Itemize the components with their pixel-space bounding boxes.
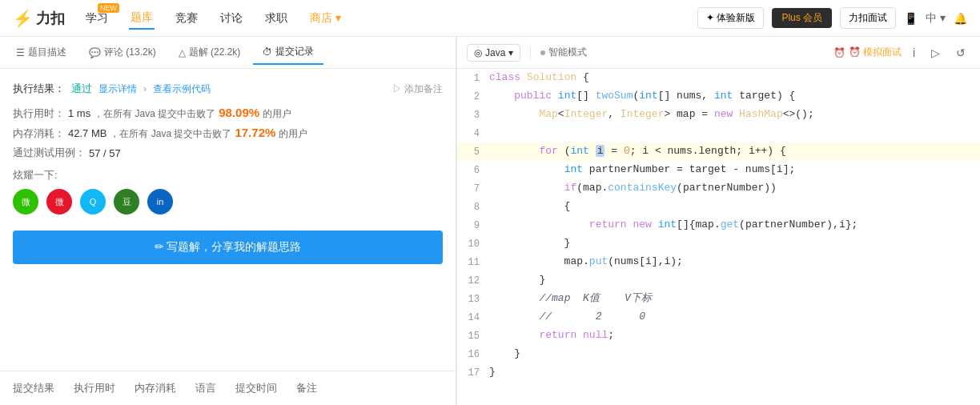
- top-navigation: ⚡ 力扣 学习 NEW 题库 竞赛 讨论 求职 商店 ▾ ✦ 体验新版 Plus…: [0, 0, 980, 37]
- test-label: 通过测试用例：: [13, 146, 86, 160]
- write-solution-button[interactable]: ✏ 写题解，分享我的解题思路: [13, 231, 443, 264]
- code-line-16: 16 }: [457, 345, 980, 363]
- share-douban[interactable]: 豆: [114, 189, 139, 215]
- test-value: 57 / 57: [89, 147, 121, 159]
- mode-selector[interactable]: 智能模式: [540, 46, 587, 59]
- nav-study[interactable]: 学习 NEW: [84, 8, 110, 29]
- tab-submissions[interactable]: ⏱ 提交记录: [253, 40, 323, 65]
- code-line-14: 14 // 2 0: [457, 308, 980, 327]
- code-line-8: 8 {: [457, 198, 980, 216]
- comment-icon: 💬: [89, 47, 101, 58]
- code-line-13: 13 //map K值 V下标: [457, 290, 980, 308]
- add-note-btn[interactable]: 添加备注: [392, 82, 443, 96]
- experience-button[interactable]: ✦ 体验新版: [697, 7, 764, 29]
- lang-chevron-icon: ▾: [508, 47, 513, 58]
- left-panel: ☰ 题目描述 💬 评论 (13.2k) △ 题解 (22.2k) ⏱ 提交记录 …: [0, 37, 456, 405]
- notification-icon[interactable]: 🔔: [954, 12, 967, 25]
- nav-store[interactable]: 商店 ▾: [308, 8, 343, 29]
- mobile-icon[interactable]: 📱: [904, 12, 918, 25]
- toolbar-divider: [530, 46, 531, 59]
- example-link[interactable]: 查看示例代码: [153, 82, 211, 96]
- share-label: 炫耀一下:: [13, 168, 443, 182]
- mock-interview-button[interactable]: ⏰ ⏰ 模拟面试: [833, 46, 902, 59]
- nav-jobs[interactable]: 求职: [263, 8, 289, 29]
- mem-value: 42.7 MB: [68, 127, 106, 139]
- tab-description[interactable]: ☰ 题目描述: [6, 41, 76, 64]
- right-panel: ◎ Java ▾ 智能模式 ⏰ ⏰ 模拟面试 i ▷ ↺ 1 class: [457, 37, 980, 405]
- mode-label: 智能模式: [548, 46, 587, 59]
- result-label: 执行结果：: [13, 82, 65, 96]
- execution-result: 执行结果： 通过 显示详情 › 查看示例代码 添加备注: [13, 82, 443, 96]
- tab-solutions[interactable]: △ 题解 (22.2k): [169, 41, 251, 64]
- share-linkedin[interactable]: in: [147, 189, 173, 215]
- time-label: 执行用时：: [13, 106, 65, 121]
- clock-icon: ⏱: [263, 46, 272, 58]
- code-line-4: 4: [457, 124, 980, 142]
- mem-beat-prefix: ，在所有 Java 提交中击败了: [110, 127, 231, 141]
- left-content: 执行结果： 通过 显示详情 › 查看示例代码 添加备注 执行用时： 1 ms ，…: [0, 69, 456, 371]
- code-line-15: 15 return null;: [457, 327, 980, 345]
- run-button[interactable]: ▷: [926, 45, 945, 61]
- info-button[interactable]: i: [908, 45, 920, 61]
- footer-lang: 语言: [195, 381, 216, 395]
- footer-mem: 内存消耗: [135, 381, 176, 395]
- code-line-11: 11 map.put(nums[i],i);: [457, 253, 980, 271]
- share-section: 炫耀一下: 微 微 Q 豆 in: [13, 168, 443, 215]
- code-line-1: 1 class Solution {: [457, 69, 980, 87]
- footer-note: 备注: [296, 381, 317, 395]
- logo[interactable]: ⚡ 力扣: [13, 9, 65, 28]
- lang-switcher[interactable]: 中 ▾: [926, 11, 946, 26]
- code-line-12: 12 }: [457, 271, 980, 290]
- logo-text: 力扣: [36, 9, 65, 28]
- code-line-7: 7 if(map.containsKey(partnerNumber)): [457, 179, 980, 198]
- time-stat-row: 执行用时： 1 ms ，在所有 Java 提交中击败了 98.09% 的用户: [13, 106, 443, 121]
- code-line-9: 9 return new int[]{map.get(partnerNumber…: [457, 216, 980, 235]
- result-row: 执行结果： 通过 显示详情 › 查看示例代码 添加备注: [13, 82, 443, 96]
- share-wechat[interactable]: 微: [13, 189, 38, 215]
- mem-stat-row: 内存消耗： 42.7 MB ，在所有 Java 提交中击败了 17.72% 的用…: [13, 126, 443, 141]
- nav-discuss[interactable]: 讨论: [219, 8, 244, 29]
- language-selector[interactable]: ◎ Java ▾: [467, 44, 520, 62]
- chevron-down-icon: ▾: [335, 11, 341, 24]
- code-line-5: 5 for (int i = 0; i < nums.length; i++) …: [457, 142, 980, 161]
- code-line-3: 3 Map<Integer, Integer> map = new HashMa…: [457, 106, 980, 124]
- main-layout: ☰ 题目描述 💬 评论 (13.2k) △ 题解 (22.2k) ⏱ 提交记录 …: [0, 37, 980, 405]
- code-line-10: 10 }: [457, 235, 980, 253]
- nav-contest[interactable]: 竞赛: [174, 8, 199, 29]
- code-line-6: 6 int partnerNumber = target - nums[i];: [457, 161, 980, 179]
- time-beat-suffix: 的用户: [263, 107, 291, 121]
- time-beat: 98.09%: [219, 106, 259, 119]
- detail-link[interactable]: 显示详情: [98, 82, 137, 96]
- time-beat-prefix: ，在所有 Java 提交中击败了: [94, 107, 215, 121]
- description-icon: ☰: [16, 47, 25, 58]
- lang-icon: ◎: [474, 47, 482, 58]
- arrow-icon: ›: [143, 83, 147, 94]
- share-weibo[interactable]: 微: [46, 189, 72, 215]
- time-value: 1 ms: [68, 107, 90, 119]
- interview-button[interactable]: 力扣面试: [840, 7, 896, 29]
- nav-problems[interactable]: 题库: [129, 7, 155, 30]
- logo-icon: ⚡: [13, 9, 33, 28]
- lang-label: Java: [485, 47, 505, 58]
- tab-comments[interactable]: 💬 评论 (13.2k): [79, 41, 166, 64]
- mem-label: 内存消耗：: [13, 126, 65, 141]
- tab-bar: ☰ 题目描述 💬 评论 (13.2k) △ 题解 (22.2k) ⏱ 提交记录: [0, 37, 456, 69]
- test-case-row: 通过测试用例： 57 / 57: [13, 146, 443, 160]
- mem-beat-suffix: 的用户: [279, 127, 307, 141]
- editor-toolbar: ◎ Java ▾ 智能模式 ⏰ ⏰ 模拟面试 i ▷ ↺: [457, 37, 980, 69]
- new-badge: NEW: [98, 3, 119, 13]
- share-icons: 微 微 Q 豆 in: [13, 189, 443, 215]
- result-status[interactable]: 通过: [71, 82, 92, 96]
- code-line-2: 2 public int[] twoSum(int[] nums, int ta…: [457, 87, 980, 106]
- footer-result: 提交结果: [13, 381, 54, 395]
- mode-dot-icon: [540, 50, 545, 55]
- plus-member-button[interactable]: Plus 会员: [772, 8, 832, 28]
- share-qq[interactable]: Q: [80, 189, 106, 215]
- mem-beat: 17.72%: [235, 126, 275, 139]
- nav-right-actions: ✦ 体验新版 Plus 会员 力扣面试 📱 中 ▾ 🔔: [697, 7, 967, 29]
- submission-footer: 提交结果 执行用时 内存消耗 语言 提交时间 备注: [0, 371, 456, 405]
- reset-button[interactable]: ↺: [951, 45, 970, 61]
- code-editor[interactable]: 1 class Solution { 2 public int[] twoSum…: [457, 69, 980, 405]
- footer-time: 执行用时: [74, 381, 115, 395]
- solution-icon: △: [179, 47, 186, 58]
